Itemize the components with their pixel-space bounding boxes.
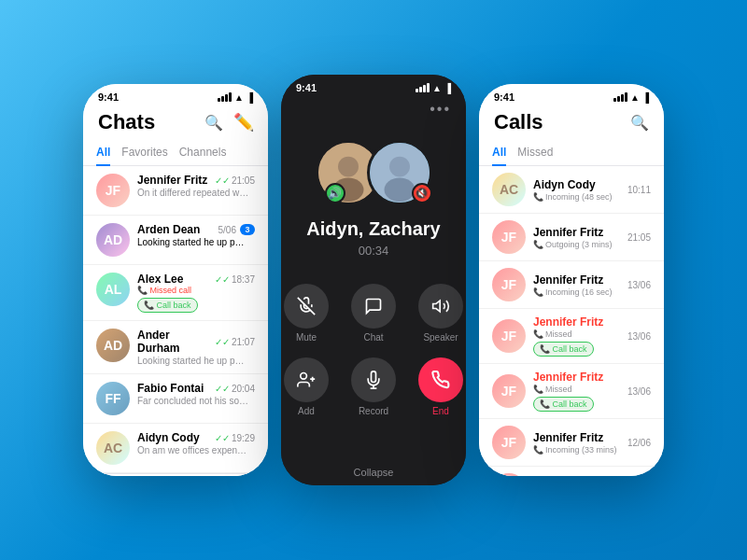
battery-icon-right: ▐ bbox=[642, 92, 649, 103]
call-item-jennifer-5[interactable]: JF Jennifer Fritz 📞 Incoming (33 mins) 1… bbox=[479, 419, 664, 467]
speaker-button[interactable] bbox=[418, 284, 463, 329]
unread-badge-arden: 3 bbox=[240, 224, 255, 235]
avatar-aidyn: AC bbox=[96, 431, 130, 465]
call-item-aidyn[interactable]: AC Aidyn Cody 📞 Incoming (48 sec) 10:11 bbox=[479, 166, 664, 214]
call-item-jennifer-4[interactable]: JF Jennifer Fritz 📞 Missed 📞 Call back 1… bbox=[479, 364, 664, 419]
status-icons-left: ▲ ▐ bbox=[218, 92, 253, 103]
tab-channels[interactable]: Channels bbox=[179, 142, 227, 166]
callback-btn-alex[interactable]: 📞 Call back bbox=[137, 298, 198, 313]
avatar-alex: AL bbox=[96, 273, 130, 306]
svg-point-4 bbox=[389, 157, 410, 177]
calls-phone: 9:41 ▲ ▐ Calls 🔍 All Missed AC bbox=[479, 84, 664, 476]
avatar-jennifer-calls-4: JF bbox=[492, 374, 526, 408]
chat-item-fabio[interactable]: FF Fabio Fontai ✓✓20:04 Far concluded no… bbox=[83, 374, 268, 424]
chats-tabs: All Favorites Channels bbox=[83, 142, 268, 166]
chat-name-arden: Arden Dean bbox=[137, 223, 200, 236]
end-label: End bbox=[432, 406, 449, 416]
calls-title: Calls bbox=[494, 110, 543, 134]
options-icon[interactable]: ••• bbox=[415, 97, 466, 121]
phones-container: 9:41 ▲ ▐ Chats 🔍 ✏️ All Favorites Channe… bbox=[83, 75, 664, 485]
chat-header-icons: 🔍 ✏️ bbox=[204, 113, 253, 132]
search-icon-calls[interactable]: 🔍 bbox=[630, 113, 649, 132]
wifi-icon-center: ▲ bbox=[432, 83, 442, 93]
wifi-icon-right: ▲ bbox=[630, 92, 640, 103]
add-button[interactable] bbox=[284, 357, 329, 402]
status-bar-center: 9:41 ▲ ▐ bbox=[281, 75, 466, 97]
missed-icon-4: 📞 bbox=[533, 385, 543, 394]
record-label: Record bbox=[359, 406, 388, 416]
chat-list: JF Jennifer Fritz ✓✓21:05 On it differed… bbox=[83, 166, 268, 473]
avatar-jennifer-calls-1: JF bbox=[492, 220, 526, 254]
caller-names: Aidyn, Zachary bbox=[306, 218, 440, 240]
avatar-jennifer-calls-2: JF bbox=[492, 268, 526, 301]
avatar-aidyn-calls: AC bbox=[492, 173, 526, 206]
avatar-arden: AD bbox=[96, 223, 130, 257]
chat-item-ander[interactable]: AD Ander Durham ✓✓21:07 Looking started … bbox=[83, 321, 268, 374]
call-name-jennifer-1: Jennifer Fritz bbox=[533, 226, 620, 239]
mute-button[interactable] bbox=[284, 284, 329, 329]
calls-tab-all[interactable]: All bbox=[492, 142, 506, 166]
compose-icon[interactable]: ✏️ bbox=[234, 113, 253, 132]
avatar-jennifer-calls-3: JF bbox=[492, 319, 526, 353]
chat-item-jennifer[interactable]: JF Jennifer Fritz ✓✓21:05 On it differed… bbox=[83, 166, 268, 216]
avatar-jennifer: JF bbox=[96, 174, 130, 207]
tab-favorites[interactable]: Favorites bbox=[121, 142, 167, 166]
status-icons-right: ▲ ▐ bbox=[613, 92, 649, 103]
call-screen: ••• 🔊 🔇 bbox=[281, 97, 466, 485]
status-bar-left: 9:41 ▲ ▐ bbox=[83, 84, 268, 106]
svg-marker-7 bbox=[433, 301, 441, 312]
end-button[interactable] bbox=[418, 357, 463, 402]
chat-msg-aidyn: On am we offices expense thought. Its he… bbox=[137, 445, 249, 455]
callback-btn-4[interactable]: 📞 Call back bbox=[533, 397, 594, 412]
signal-icon-right bbox=[613, 92, 627, 102]
record-button-group: Record bbox=[351, 357, 396, 416]
chats-phone: 9:41 ▲ ▐ Chats 🔍 ✏️ All Favorites Channe… bbox=[83, 84, 268, 476]
chat-item-aidyn[interactable]: AC Aidyn Cody ✓✓19:29 On am we offices e… bbox=[83, 424, 268, 473]
callback-btn-3[interactable]: 📞 Call back bbox=[533, 342, 594, 357]
chat-name-alex: Alex Lee bbox=[137, 273, 183, 286]
bottom-nav-chats: 👤 📞 💬 Chats 💳 ··· bbox=[83, 473, 268, 476]
chat-item-arden[interactable]: AD Arden Dean 5/06 3 Looking started he … bbox=[83, 216, 268, 265]
collapse-area[interactable]: Collapse ⌄ bbox=[354, 467, 394, 485]
chat-msg-arden: Looking started he up perhaps against. H… bbox=[137, 237, 249, 247]
call-name-jennifer-2: Jennifer Fritz bbox=[533, 273, 620, 287]
incoming-icon-5: 📞 bbox=[533, 445, 543, 455]
status-time-center: 9:41 bbox=[296, 82, 317, 93]
muted-indicator: 🔊 bbox=[325, 183, 345, 203]
add-button-group: Add bbox=[284, 357, 329, 416]
mute-label: Mute bbox=[296, 332, 317, 343]
calls-list: AC Aidyn Cody 📞 Incoming (48 sec) 10:11 … bbox=[479, 166, 664, 476]
avatar-jennifer-calls-5: JF bbox=[492, 426, 526, 459]
mute-button-group: Mute bbox=[284, 284, 329, 343]
signal-icon-center bbox=[416, 83, 430, 92]
chat-header: Chats 🔍 ✏️ bbox=[83, 106, 268, 142]
tab-all[interactable]: All bbox=[96, 142, 110, 166]
call-item-jennifer-3[interactable]: JF Jennifer Fritz 📞 Missed 📞 Call back 1… bbox=[479, 309, 664, 364]
chat-msg-ander: Looking started he up perhaps against. H… bbox=[137, 356, 249, 366]
avatar-ander: AD bbox=[96, 329, 130, 362]
signal-icon bbox=[218, 92, 232, 102]
chat-item-alex[interactable]: AL Alex Lee ✓✓18:37 📞 Missed call 📞 Call… bbox=[83, 265, 268, 321]
calls-tab-missed[interactable]: Missed bbox=[517, 142, 553, 166]
call-item-jennifer-1[interactable]: JF Jennifer Fritz 📞 Outgoing (3 mins) 21… bbox=[479, 214, 664, 261]
chat-name-fabio: Fabio Fontai bbox=[137, 382, 204, 395]
call-name-jennifer-3: Jennifer Fritz bbox=[533, 315, 620, 329]
svg-point-5 bbox=[384, 177, 415, 202]
battery-icon-center: ▐ bbox=[444, 83, 451, 93]
svg-point-8 bbox=[301, 373, 307, 380]
call-item-jennifer-6[interactable]: JF Jennifer Fritz 📞 Outgoing (1 min) 7/0… bbox=[479, 467, 664, 476]
status-time-left: 9:41 bbox=[98, 91, 119, 103]
muted-indicator-2: 🔇 bbox=[412, 183, 432, 203]
speaker-label: Speaker bbox=[423, 332, 458, 343]
search-icon[interactable]: 🔍 bbox=[204, 113, 223, 132]
call-name-aidyn: Aidyn Cody bbox=[533, 178, 620, 191]
chat-label: Chat bbox=[363, 332, 383, 343]
avatar-jennifer-calls-6: JF bbox=[492, 473, 526, 476]
collapse-chevron: ⌄ bbox=[368, 480, 379, 485]
record-button[interactable] bbox=[351, 357, 396, 402]
svg-point-1 bbox=[338, 157, 359, 177]
call-item-jennifer-2[interactable]: JF Jennifer Fritz 📞 Incoming (16 sec) 13… bbox=[479, 261, 664, 309]
status-bar-right: 9:41 ▲ ▐ bbox=[479, 84, 664, 106]
status-icons-center: ▲ ▐ bbox=[416, 83, 451, 93]
chat-button[interactable] bbox=[351, 284, 396, 329]
